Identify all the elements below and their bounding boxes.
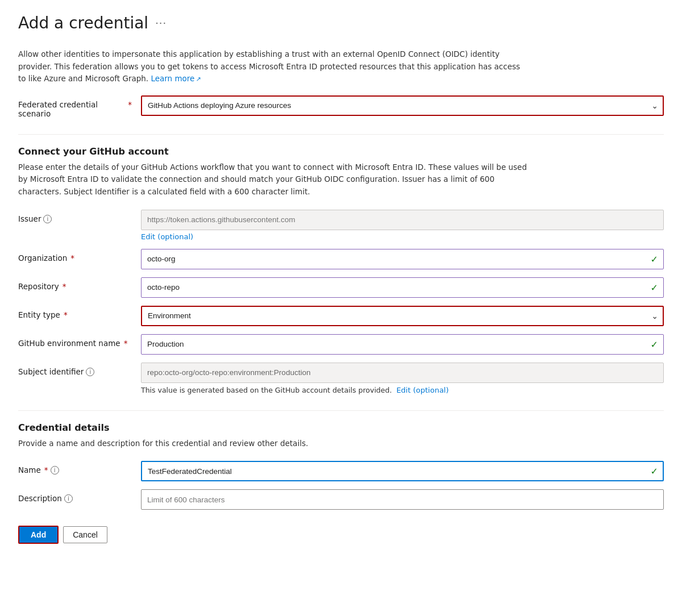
entity-type-control: Environment Branch Tag Pull request ⌄ <box>141 306 664 326</box>
description-label: Description i <box>18 489 132 503</box>
subject-id-input <box>141 363 664 383</box>
repository-label: Repository * <box>18 277 132 291</box>
entity-type-label: Entity type * <box>18 306 132 319</box>
issuer-control: Edit (optional) <box>141 210 664 241</box>
subject-edit-link[interactable]: Edit (optional) <box>396 386 448 394</box>
credential-section-heading: Credential details <box>18 422 664 433</box>
section-divider <box>18 134 664 135</box>
required-indicator: * <box>63 282 66 291</box>
external-link-icon: ↗ <box>196 76 201 83</box>
github-section-heading: Connect your GitHub account <box>18 146 664 157</box>
scenario-section: Federated credential scenario * GitHub A… <box>18 95 664 118</box>
github-env-control: ✓ <box>141 334 664 355</box>
required-indicator: * <box>124 339 128 348</box>
subject-id-row: Subject identifier i This value is gener… <box>18 363 664 394</box>
name-control: ✓ <box>141 461 664 481</box>
repository-input[interactable] <box>141 277 664 298</box>
description-info-icon[interactable]: i <box>64 494 73 503</box>
name-input[interactable] <box>141 461 664 481</box>
description-control <box>141 489 664 510</box>
checkmark-icon: ✓ <box>651 466 658 477</box>
subject-id-control: This value is generated based on the Git… <box>141 363 664 394</box>
cancel-button[interactable]: Cancel <box>63 526 107 543</box>
github-section: Connect your GitHub account Please enter… <box>18 146 664 394</box>
issuer-info-icon[interactable]: i <box>43 215 52 223</box>
organization-control: ✓ <box>141 249 664 269</box>
intro-description: Allow other identities to impersonate th… <box>18 48 530 85</box>
repository-control: ✓ <box>141 277 664 298</box>
required-indicator: * <box>128 100 132 109</box>
credential-section: Credential details Provide a name and de… <box>18 422 664 510</box>
add-button[interactable]: Add <box>18 526 59 544</box>
issuer-label: Issuer i <box>18 210 132 223</box>
organization-row: Organization * ✓ <box>18 249 664 269</box>
organization-input[interactable] <box>141 249 664 269</box>
entity-type-row: Entity type * Environment Branch Tag Pul… <box>18 306 664 326</box>
description-input[interactable] <box>141 489 664 510</box>
issuer-input <box>141 210 664 230</box>
repository-row: Repository * ✓ <box>18 277 664 298</box>
checkmark-icon: ✓ <box>651 339 658 349</box>
github-section-desc: Please enter the details of your GitHub … <box>18 161 530 198</box>
name-label: Name * i <box>18 461 132 475</box>
learn-more-link[interactable]: Learn more↗ <box>151 74 201 83</box>
credential-section-desc: Provide a name and description for this … <box>18 438 530 450</box>
scenario-row: Federated credential scenario * GitHub A… <box>18 95 664 118</box>
checkmark-icon: ✓ <box>651 282 658 293</box>
more-options-icon[interactable]: ··· <box>155 17 167 29</box>
github-env-input[interactable] <box>141 334 664 355</box>
required-indicator: * <box>44 465 48 475</box>
action-buttons: Add Cancel <box>18 526 664 544</box>
scenario-control: GitHub Actions deploying Azure resources… <box>141 95 664 116</box>
name-row: Name * i ✓ <box>18 461 664 481</box>
scenario-label: Federated credential scenario * <box>18 95 132 118</box>
checkmark-icon: ✓ <box>651 253 658 264</box>
github-env-row: GitHub environment name * ✓ <box>18 334 664 355</box>
page-title: Add a credential <box>18 14 148 32</box>
section-divider-2 <box>18 410 664 411</box>
page-header: Add a credential ··· <box>18 14 664 32</box>
required-indicator: * <box>70 253 74 263</box>
entity-type-select[interactable]: Environment Branch Tag Pull request <box>141 306 664 326</box>
subject-info-icon[interactable]: i <box>86 368 94 376</box>
subject-id-label: Subject identifier i <box>18 363 132 376</box>
github-env-label: GitHub environment name * <box>18 334 132 348</box>
subject-generated-text: This value is generated based on the Git… <box>141 386 664 394</box>
issuer-edit-link[interactable]: Edit (optional) <box>141 232 193 241</box>
required-indicator: * <box>64 310 68 319</box>
organization-label: Organization * <box>18 249 132 263</box>
description-row: Description i <box>18 489 664 510</box>
scenario-select[interactable]: GitHub Actions deploying Azure resources <box>141 95 664 116</box>
name-info-icon[interactable]: i <box>51 466 59 475</box>
issuer-row: Issuer i Edit (optional) <box>18 210 664 241</box>
